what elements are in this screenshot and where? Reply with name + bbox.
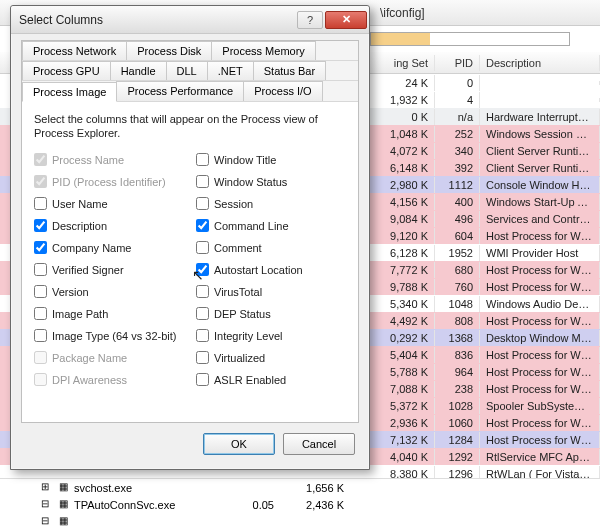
tab-dll[interactable]: DLL [166, 61, 208, 80]
cell-description: Host Process for Windows S… [480, 381, 600, 397]
expand-icon[interactable]: ⊞ [38, 481, 52, 495]
tab--net[interactable]: .NET [207, 61, 254, 80]
checkbox-integrity-level[interactable]: Integrity Level [196, 327, 346, 345]
cell-pid: 496 [435, 211, 480, 227]
checkbox-label: Image Path [52, 308, 108, 320]
cell-pid: 252 [435, 126, 480, 142]
cell-description: Client Server Runtime Process [480, 160, 600, 176]
cell-pid: 1952 [435, 245, 480, 261]
cell-pid: 836 [435, 347, 480, 363]
checkbox-label: Virtualized [214, 352, 265, 364]
cell-description: RtlService MFC Application [480, 449, 600, 465]
cell-description: Spooler SubSystem App [480, 398, 600, 414]
close-button[interactable]: ✕ [325, 11, 367, 29]
help-button[interactable]: ? [297, 11, 323, 29]
cell-pid: 680 [435, 262, 480, 278]
checkbox-aslr-enabled[interactable]: ASLR Enabled [196, 371, 346, 389]
checkbox-virtualized[interactable]: Virtualized [196, 349, 346, 367]
checkbox-description[interactable]: Description [34, 217, 184, 235]
tab-process-performance[interactable]: Process Performance [116, 81, 244, 101]
checkbox-input[interactable] [34, 285, 47, 298]
checkbox-input[interactable] [34, 263, 47, 276]
cell-pid: 340 [435, 143, 480, 159]
tab-process-network[interactable]: Process Network [22, 41, 127, 60]
checkbox-virustotal[interactable]: VirusTotal [196, 283, 346, 301]
checkbox-input[interactable] [196, 351, 209, 364]
tree-row[interactable]: ⊞▦svchost.exe1,656 K [0, 479, 600, 496]
checkbox-input[interactable] [34, 307, 47, 320]
cell-description: Services and Controller app [480, 211, 600, 227]
checkbox-session[interactable]: Session [196, 195, 346, 213]
tree-row[interactable]: ⊟▦TPAutoConnSvc.exe0.052,436 K [0, 496, 600, 513]
tree-row[interactable]: ⊟▦ [0, 513, 600, 530]
cancel-button[interactable]: Cancel [283, 433, 355, 455]
cell-working-set: 4,040 K [370, 449, 435, 465]
cell-description: Windows Audio Device Grap… [480, 296, 600, 312]
process-icon: ▦ [56, 498, 70, 512]
cell-pid: 1368 [435, 330, 480, 346]
cell-working-set: 5,372 K [370, 398, 435, 414]
dialog-titlebar[interactable]: Select Columns ? ✕ [11, 6, 369, 34]
cell-working-set: 6,128 K [370, 245, 435, 261]
checkbox-label: DEP Status [214, 308, 271, 320]
cell-description: Host Process for Windows S… [480, 347, 600, 363]
tab-process-image[interactable]: Process Image [22, 82, 117, 102]
checkbox-label: Window Title [214, 154, 276, 166]
ok-button[interactable]: OK [203, 433, 275, 455]
checkbox-comment[interactable]: Comment [196, 239, 346, 257]
checkbox-input[interactable] [196, 285, 209, 298]
cell-pid: 1048 [435, 296, 480, 312]
process-icon: ▦ [56, 515, 70, 529]
tab-process-gpu[interactable]: Process GPU [22, 61, 111, 80]
cell-working-set: 9,084 K [370, 211, 435, 227]
cell-description: Console Window Host [480, 177, 600, 193]
header-description[interactable]: Description [480, 55, 600, 71]
checkbox-verified-signer[interactable]: Verified Signer [34, 261, 184, 279]
cell-description: Windows Session Manager [480, 126, 600, 142]
checkbox-input[interactable] [34, 219, 47, 232]
tab-handle[interactable]: Handle [110, 61, 167, 80]
cell-pid: 1060 [435, 415, 480, 431]
cell-pid: 1028 [435, 398, 480, 414]
checkbox-input[interactable] [196, 197, 209, 210]
tab-process-i-o[interactable]: Process I/O [243, 81, 322, 101]
checkbox-input[interactable] [196, 373, 209, 386]
cell-working-set: 7,772 K [370, 262, 435, 278]
cell-pid: n/a [435, 109, 480, 125]
process-icon: ▦ [56, 481, 70, 495]
checkbox-input[interactable] [196, 241, 209, 254]
checkbox-label: PID (Process Identifier) [52, 176, 166, 188]
cell-working-set: 7,088 K [370, 381, 435, 397]
checkbox-image-type-64-vs-32-bit-[interactable]: Image Type (64 vs 32-bit) [34, 327, 184, 345]
checkbox-input[interactable] [196, 153, 209, 166]
checkbox-input[interactable] [196, 329, 209, 342]
checkbox-company-name[interactable]: Company Name [34, 239, 184, 257]
select-columns-dialog: Select Columns ? ✕ Process NetworkProces… [10, 5, 370, 470]
tab-process-memory[interactable]: Process Memory [211, 41, 316, 60]
proc-name: TPAutoConnSvc.exe [74, 499, 224, 511]
checkbox-user-name[interactable]: User Name [34, 195, 184, 213]
checkbox-image-path[interactable]: Image Path [34, 305, 184, 323]
checkbox-input[interactable] [196, 219, 209, 232]
checkbox-autostart-location[interactable]: Autostart Location↖ [196, 261, 346, 279]
checkbox-dep-status[interactable]: DEP Status [196, 305, 346, 323]
checkbox-input[interactable] [196, 307, 209, 320]
expand-icon[interactable]: ⊟ [38, 515, 52, 529]
cell-description: Client Server Runtime Process [480, 143, 600, 159]
checkbox-input[interactable] [196, 175, 209, 188]
checkbox-input[interactable] [196, 263, 209, 276]
tab-status-bar[interactable]: Status Bar [253, 61, 326, 80]
tab-process-disk[interactable]: Process Disk [126, 41, 212, 60]
cell-description [480, 81, 600, 85]
cell-pid: 604 [435, 228, 480, 244]
checkbox-input[interactable] [34, 197, 47, 210]
expand-icon[interactable]: ⊟ [38, 498, 52, 512]
checkbox-window-status[interactable]: Window Status [196, 173, 346, 191]
checkbox-version[interactable]: Version [34, 283, 184, 301]
checkbox-input[interactable] [34, 329, 47, 342]
checkbox-input[interactable] [34, 241, 47, 254]
header-pid[interactable]: PID [435, 55, 480, 71]
checkbox-command-line[interactable]: Command Line [196, 217, 346, 235]
checkbox-window-title[interactable]: Window Title [196, 151, 346, 169]
header-working-set[interactable]: ing Set [370, 55, 435, 71]
